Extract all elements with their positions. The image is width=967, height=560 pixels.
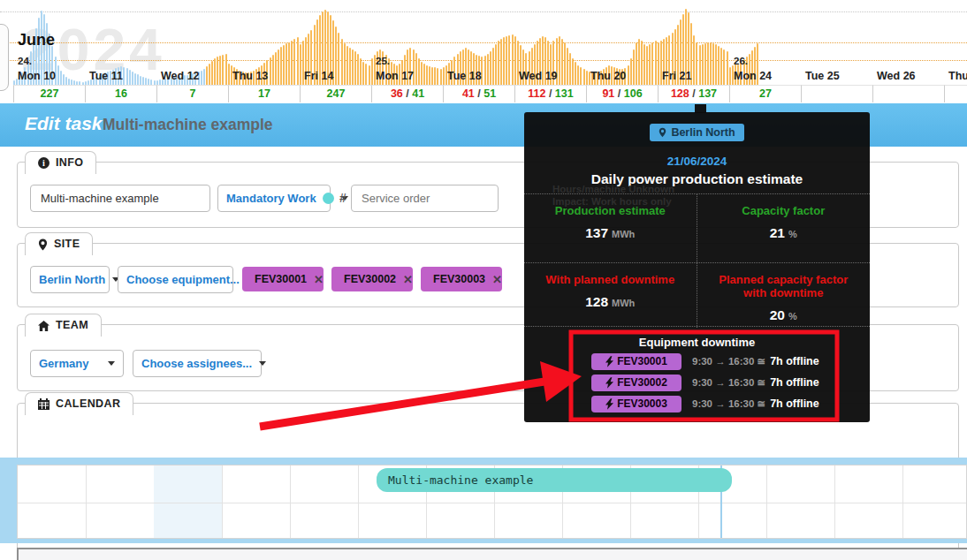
tooltip-site-name: Berlin North [671,126,735,139]
chart-bar [354,51,356,85]
equipment-tag-label: FEV30002 [344,273,396,285]
chart-bar [225,54,227,85]
calendar-icon [38,398,49,410]
day-total-wed-26[interactable] [872,85,944,102]
downtime-row-fev30002: FEV300029:30 → 16:30 ≅7h offline [591,374,870,391]
site-dropdown[interactable]: Berlin North [30,266,110,293]
tab-calendar: CALENDAR [25,392,133,415]
day-label: Mon 24 [734,70,772,82]
downtime-tag-label: FEV30001 [617,355,667,367]
chart-bar [211,61,213,85]
equipment-placeholder-label: Choose equipment... [126,273,240,286]
chart-bar [729,67,731,85]
chart-bar [142,77,144,85]
day-total-wed-19[interactable]: 112 / 131 [514,85,586,102]
calendar-column-divider [222,465,223,538]
calendar-column-divider [766,465,767,538]
downtime-tag-label: FEV30003 [617,397,667,410]
downtime-equipment-tag: FEV30002 [591,375,681,391]
chart-bar [583,69,585,85]
calendar-column-divider [358,465,359,538]
home-icon [38,321,49,331]
pin-icon [659,127,666,138]
remove-tag-icon[interactable]: ✕ [403,273,413,286]
day-total-fri-21[interactable]: 128 / 137 [658,85,729,102]
chart-bar [487,54,489,85]
pin-icon [38,238,48,251]
chart-bar [338,33,339,85]
chart-bar [341,39,343,85]
day-total-wed-12[interactable]: 7 [156,85,228,102]
chart-bar [357,54,359,85]
chart-bar [638,39,640,85]
downtime-duration: 7h offline [770,355,819,367]
metric-label: Capacity factor [697,204,871,217]
task-type-dropdown[interactable]: Mandatory Work [217,185,331,212]
tab-team-label: TEAM [56,314,88,337]
metric-value: 137MWh [524,225,697,241]
tooltip-metrics-row-2: With planned downtime128MWhPlanned capac… [524,262,870,328]
chart-bar [148,79,149,85]
service-order-input[interactable] [360,191,490,206]
tab-calendar-label: CALENDAR [56,393,120,415]
day-label: Mon 10 [18,70,56,82]
chart-bar [429,66,430,85]
day-total-mon-24[interactable]: 27 [729,85,801,102]
chart-bar [696,42,697,85]
chart-bar [693,35,695,85]
chart-bar [575,62,576,85]
task-name-input[interactable] [39,191,202,206]
day-label: Wed 19 [519,70,558,82]
metric-label: Production estimate [524,204,697,217]
edge-handle[interactable] [0,24,9,91]
day-total-tue-18[interactable]: 41 / 51 [443,85,514,102]
day-label: Thu 27 [948,70,967,82]
chart-bar [418,58,420,85]
day-total-thu-20[interactable]: 91 / 106 [586,85,658,102]
equipment-tag-fev30001[interactable]: FEV30001✕ [242,267,324,291]
chart-bar [508,35,510,85]
chart-bar [643,44,645,85]
downtime-row-fev30003: FEV300039:30 → 16:30 ≅7h offline [591,395,870,412]
service-order-field-wrap [351,185,499,212]
day-total-mon-17[interactable]: 36 / 41 [371,85,443,102]
chart-bar [123,67,125,85]
assignees-dropdown[interactable]: Choose assignees... [133,350,262,377]
chart-day-mon-24: 26.Mon 24 [729,0,801,85]
day-total-mon-10[interactable]: 227 [13,85,85,102]
chart-bar [201,71,202,85]
remove-tag-icon[interactable]: ✕ [492,273,502,286]
calendar-band: Multi-machine example [0,458,967,543]
chart-bar [443,67,445,85]
tab-info-label: INFO [56,152,83,174]
day-label: Thu 13 [232,70,268,82]
chart-bar [569,53,571,85]
downtime-time-range: 9:30 → 16:30 ≅ [692,355,765,367]
equipment-tag-fev30003[interactable]: FEV30003✕ [421,267,502,291]
day-label: Tue 25 [805,70,840,82]
week-number: 25. [376,56,390,66]
chart-day-tue-11: Tue 11 [85,0,156,85]
chart-bar [140,76,141,85]
day-total-fri-14[interactable]: 247 [300,85,371,102]
calendar-event-bar[interactable]: Multi-machine example [377,468,732,492]
chart-bar [702,44,704,85]
remove-tag-icon[interactable]: ✕ [314,273,324,286]
equipment-tag-fev30002[interactable]: FEV30002✕ [331,267,413,291]
chart-bar [222,55,224,85]
calendar-grid[interactable]: Multi-machine example [17,465,967,539]
chart-bar [561,39,563,85]
equipment-tag-label: FEV30003 [433,273,485,285]
chart-bar [145,78,147,85]
day-total-thu-13[interactable]: 17 [228,85,300,102]
day-total-thu-27[interactable] [944,85,967,102]
team-name-label: Germany [39,357,88,370]
day-total-tue-25[interactable] [801,85,872,102]
equipment-dropdown[interactable]: Choose equipment... [118,266,233,293]
day-total-tue-11[interactable]: 16 [85,85,156,102]
chart-bar [628,65,629,85]
tab-team: TEAM [25,314,102,337]
team-dropdown[interactable]: Germany [30,350,124,377]
chart-bar [500,39,502,85]
tooltip-date: 21/06/2024 [524,155,870,168]
